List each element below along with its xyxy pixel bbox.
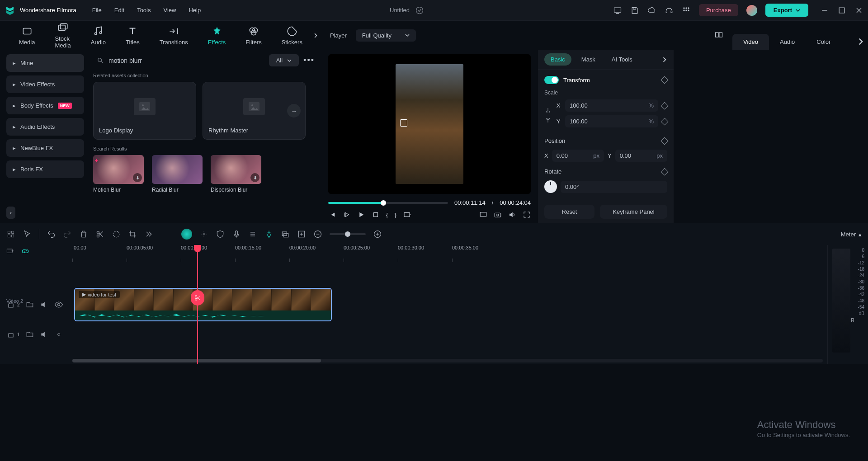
ruler-add-icon[interactable] [5,247,14,256]
ai-assistant-icon[interactable] [181,229,192,240]
timeline-ruler[interactable]: :00:00 00:00:05:00 00:00:10:00 00:00:15:… [0,245,827,260]
screen-icon[interactable] [613,6,622,15]
menu-file[interactable]: File [92,7,102,14]
sidebar-collapse[interactable]: ‹ [6,207,15,219]
track-lock-icon[interactable] [6,330,15,339]
sidebar-item-boris[interactable]: ▸Boris FX [6,160,84,178]
more-tools-icon[interactable] [144,230,153,239]
subtab-mask[interactable]: Mask [575,53,602,66]
tab-filters[interactable]: Filters [236,25,271,46]
purchase-button[interactable]: Purchase [699,4,738,16]
menu-tools[interactable]: Tools [137,7,151,14]
layout-dropdown-icon[interactable] [403,211,411,219]
scale-y-input[interactable]: 100.00% [565,115,658,127]
result-dispersion-blur[interactable]: ⬇ Dispersion Blur [211,155,261,193]
shield-icon[interactable] [216,230,225,239]
zoom-in-icon[interactable] [373,230,382,239]
menu-view[interactable]: View [163,7,176,14]
mic-icon[interactable] [232,230,241,239]
sidebar-item-mine[interactable]: ▸Mine [6,54,84,72]
folder-icon[interactable] [25,330,34,339]
tabs-next-icon[interactable] [857,38,864,45]
keyframe-diamond-icon[interactable] [661,118,669,125]
preview-canvas[interactable] [328,54,531,194]
link-icon[interactable] [21,247,30,256]
maximize-icon[interactable] [837,6,846,15]
sparkle-icon[interactable] [199,230,208,239]
scissors-icon[interactable] [191,290,204,306]
tab-effects[interactable]: Effects [198,25,236,46]
sidebar-item-audio-effects[interactable]: ▸Audio Effects [6,118,84,136]
menu-help[interactable]: Help [189,7,201,14]
split-icon[interactable] [95,230,104,239]
playback-progress[interactable] [328,202,448,204]
collection-rhythm-master[interactable]: → Rhythm Master [203,82,306,140]
redo-icon[interactable] [63,230,72,239]
subtab-ai-tools[interactable]: AI Tools [605,53,639,66]
compare-icon[interactable] [714,30,723,39]
tab-transitions[interactable]: Transitions [150,25,198,46]
sidebar-item-video-effects[interactable]: ▸Video Effects [6,75,84,93]
list-icon[interactable] [248,230,257,239]
delete-icon[interactable] [79,230,88,239]
keyframe-diamond-icon[interactable] [661,168,669,175]
add-marker-icon[interactable] [297,230,306,239]
position-x-input[interactable]: 0.00px [552,150,604,162]
download-icon[interactable]: ⬇ [133,173,142,182]
sidebar-item-newblue[interactable]: ▸NewBlue FX [6,139,84,157]
keyframe-diamond-icon[interactable] [661,102,669,109]
apps-grid-icon[interactable] [682,6,691,15]
playhead[interactable] [197,245,198,364]
folder-icon[interactable] [25,300,34,309]
search-input[interactable] [108,57,261,64]
tabs-next-icon[interactable]: › [314,29,317,41]
undo-icon[interactable] [47,230,56,239]
tab-stickers[interactable]: Stickers [272,25,312,46]
result-motion-blur[interactable]: ♦⬇ Motion Blur [93,155,144,193]
sidebar-item-body-effects[interactable]: ▸Body EffectsNEW [6,97,84,114]
filter-dropdown[interactable]: All [269,54,299,66]
inspector-tab-audio[interactable]: Audio [769,34,806,50]
next-arrow-icon[interactable]: → [287,104,301,118]
track-mute-icon[interactable] [40,300,49,309]
more-options-icon[interactable]: ••• [303,56,315,65]
snapshot-icon[interactable] [494,211,502,219]
rotate-knob[interactable] [544,180,557,193]
subtab-basic[interactable]: Basic [544,53,571,66]
timeline-hscroll[interactable] [72,359,823,362]
export-button[interactable]: Export [765,4,808,17]
cloud-icon[interactable] [647,6,656,15]
markers-icon[interactable] [281,230,290,239]
mark-out-icon[interactable]: } [394,212,396,218]
prev-frame-icon[interactable] [328,211,336,219]
play-icon[interactable] [357,211,365,219]
tl-tool-1-icon[interactable] [6,230,15,239]
display-icon[interactable] [479,211,487,219]
download-icon[interactable]: ⬇ [250,173,259,182]
keyframe-panel-button[interactable]: Keyframe Panel [600,205,667,219]
menu-edit[interactable]: Edit [114,7,124,14]
keyframe-diamond-icon[interactable] [661,76,669,84]
keyframe-diamond-icon[interactable] [661,137,669,145]
scale-x-input[interactable]: 100.00% [565,99,658,112]
zoom-out-icon[interactable] [313,230,322,239]
inspector-tab-color[interactable]: Color [806,34,841,50]
track-mute-icon[interactable] [40,330,49,339]
mark-in-icon[interactable]: { [386,212,388,218]
quality-dropdown[interactable]: Full Quality [356,29,416,42]
collection-logo-display[interactable]: Logo Display [93,82,196,140]
minimize-icon[interactable] [820,6,829,15]
subtabs-next-icon[interactable] [662,57,667,62]
position-y-input[interactable]: 0.00px [615,150,667,162]
crop-rotate-icon[interactable] [112,230,121,239]
user-avatar[interactable] [746,5,757,16]
lock-link-icon[interactable] [544,107,552,123]
meter-label[interactable]: Meter ▴ [841,231,862,238]
fullscreen-icon[interactable] [523,211,531,219]
rotate-input[interactable]: 0.00° [561,181,667,193]
track-visibility-icon[interactable] [54,300,63,309]
crop-icon[interactable] [128,230,137,239]
close-icon[interactable] [854,6,863,15]
volume-icon[interactable] [508,211,516,219]
tab-stock-media[interactable]: Stock Media [45,22,80,49]
